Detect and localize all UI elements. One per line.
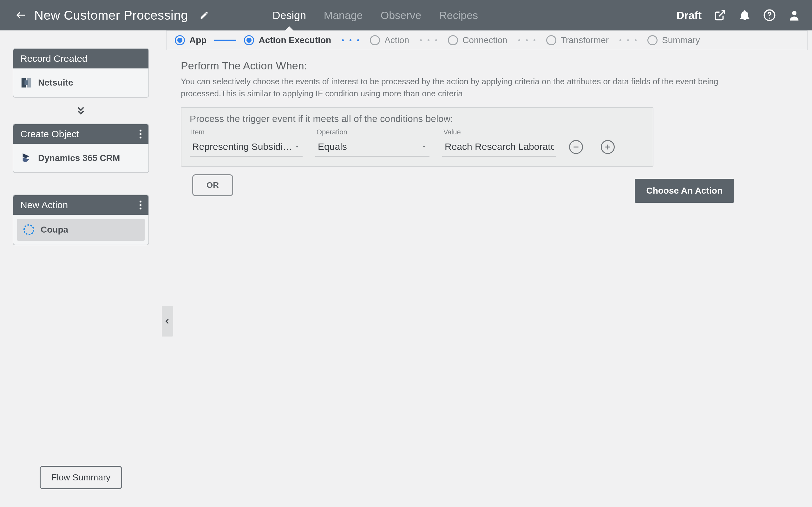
criteria-title: Process the trigger event if it meets al… xyxy=(190,113,645,124)
radio-empty-icon xyxy=(546,35,556,45)
step-summary[interactable]: Summary xyxy=(647,35,700,45)
step-transformer[interactable]: Transformer xyxy=(546,35,609,45)
field-operation: Operation Equals xyxy=(315,128,429,157)
svg-point-4 xyxy=(792,11,797,15)
card-record-created[interactable]: Record Created Netsuite xyxy=(13,48,149,98)
header-left: New Customer Processing xyxy=(15,8,209,22)
step-label: Summary xyxy=(662,35,700,45)
section-title: Perform The Action When: xyxy=(181,60,793,72)
svg-point-8 xyxy=(24,225,34,234)
svg-point-3 xyxy=(769,18,770,19)
page-title: New Customer Processing xyxy=(34,8,188,22)
card-header: Record Created xyxy=(13,49,148,68)
section-description: You can selectively choose the events of… xyxy=(181,76,758,100)
step-label: Connection xyxy=(462,35,507,45)
chevron-down-icon xyxy=(421,144,427,150)
radio-empty-icon xyxy=(647,35,658,45)
step-action-execution[interactable]: Action Execution xyxy=(244,35,331,45)
menu-dots-icon[interactable] xyxy=(140,130,142,138)
radio-empty-icon xyxy=(370,35,380,45)
dynamics-icon xyxy=(20,152,32,164)
step-dots xyxy=(619,39,637,41)
select-value: Equals xyxy=(318,141,347,152)
stepper: App Action Execution Action Connection T… xyxy=(166,31,808,50)
card-body-active: Coupa xyxy=(17,219,145,241)
remove-row-icon[interactable] xyxy=(569,140,583,154)
field-label: Value xyxy=(442,128,556,136)
value-input[interactable] xyxy=(442,138,556,157)
coupa-icon xyxy=(23,224,35,236)
criteria-row: Item Representing Subsidi… Operation Equ… xyxy=(190,128,645,157)
step-label: Action xyxy=(385,35,409,45)
flow-summary-button[interactable]: Flow Summary xyxy=(40,466,122,489)
user-icon[interactable] xyxy=(788,9,801,21)
radio-filled-icon xyxy=(244,35,254,45)
step-label: App xyxy=(189,35,206,45)
step-app[interactable]: App xyxy=(175,35,206,45)
card-app-label: Dynamics 365 CRM xyxy=(38,153,120,163)
card-new-action[interactable]: New Action Coupa xyxy=(13,194,149,245)
edit-icon[interactable] xyxy=(200,10,209,20)
card-title: Create Object xyxy=(20,129,79,139)
tab-design[interactable]: Design xyxy=(272,0,306,31)
back-arrow-icon[interactable] xyxy=(15,9,27,21)
step-action[interactable]: Action xyxy=(370,35,409,45)
bell-icon[interactable] xyxy=(739,9,751,21)
card-title: Record Created xyxy=(20,53,88,64)
open-external-icon[interactable] xyxy=(714,9,726,21)
card-body: Dynamics 365 CRM xyxy=(13,144,148,172)
choose-action-button[interactable]: Choose An Action xyxy=(635,179,734,203)
add-row-icon[interactable] xyxy=(601,140,615,154)
card-app-label: Netsuite xyxy=(38,78,73,88)
config-panel: Perform The Action When: You can selecti… xyxy=(162,50,812,212)
step-label: Transformer xyxy=(561,35,609,45)
field-label: Item xyxy=(190,128,303,136)
tab-observe[interactable]: Observe xyxy=(380,0,421,31)
top-header: New Customer Processing Design Manage Ob… xyxy=(0,0,812,31)
radio-filled-icon xyxy=(175,35,185,45)
header-tabs: Design Manage Observe Recipes xyxy=(272,0,478,31)
card-body: Netsuite xyxy=(13,68,148,97)
field-item: Item Representing Subsidi… xyxy=(190,128,303,157)
criteria-box: Process the trigger event if it meets al… xyxy=(181,107,653,167)
svg-line-1 xyxy=(719,11,724,16)
header-right: Draft xyxy=(676,9,801,21)
radio-empty-icon xyxy=(448,35,458,45)
card-create-object[interactable]: Create Object Dynamics 365 CRM xyxy=(13,124,149,173)
operation-select[interactable]: Equals xyxy=(315,138,429,157)
help-icon[interactable] xyxy=(763,9,776,21)
item-select[interactable]: Representing Subsidi… xyxy=(190,138,303,157)
select-value: Representing Subsidi… xyxy=(192,141,292,152)
netsuite-icon xyxy=(20,77,32,89)
chevron-down-icon xyxy=(294,144,300,150)
collapse-sidebar-icon[interactable] xyxy=(162,306,173,337)
main-area: Record Created Netsuite Create Object xyxy=(0,31,812,507)
card-header: New Action xyxy=(13,195,148,215)
content-area: App Action Execution Action Connection T… xyxy=(162,31,812,507)
field-value: Value xyxy=(442,128,556,157)
card-header: Create Object xyxy=(13,124,148,144)
field-label: Operation xyxy=(315,128,429,136)
chevron-down-double-icon[interactable] xyxy=(75,105,86,116)
card-title: New Action xyxy=(20,200,68,210)
svg-rect-7 xyxy=(24,80,28,85)
step-dots xyxy=(518,39,536,41)
step-connector xyxy=(214,40,236,41)
sidebar: Record Created Netsuite Create Object xyxy=(0,31,162,507)
tab-recipes[interactable]: Recipes xyxy=(439,0,478,31)
row-actions xyxy=(569,140,615,157)
menu-dots-icon[interactable] xyxy=(140,201,142,210)
card-app-label: Coupa xyxy=(41,225,68,235)
tab-manage[interactable]: Manage xyxy=(324,0,363,31)
status-badge: Draft xyxy=(676,9,702,21)
step-dots xyxy=(342,39,359,41)
step-connection[interactable]: Connection xyxy=(448,35,507,45)
or-button[interactable]: OR xyxy=(192,174,233,196)
step-label: Action Execution xyxy=(258,35,331,45)
step-dots xyxy=(420,39,437,41)
